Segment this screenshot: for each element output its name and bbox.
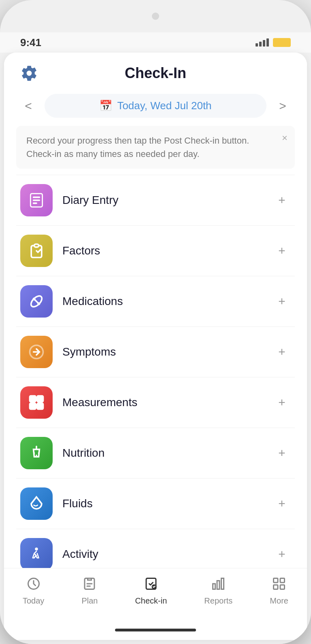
plan-nav-label: Plan bbox=[81, 596, 98, 606]
svg-rect-1 bbox=[33, 197, 40, 198]
symptoms-add-button[interactable]: + bbox=[273, 343, 291, 361]
fluids-add-button[interactable]: + bbox=[273, 495, 291, 513]
prev-date-button[interactable]: < bbox=[20, 99, 36, 113]
more-nav-label: More bbox=[270, 596, 288, 606]
battery-icon bbox=[273, 38, 291, 47]
svg-point-6 bbox=[33, 298, 36, 301]
medications-add-button[interactable]: + bbox=[273, 292, 291, 310]
svg-rect-24 bbox=[280, 578, 285, 583]
svg-rect-23 bbox=[274, 578, 278, 583]
factors-add-button[interactable]: + bbox=[273, 242, 291, 260]
checkin-item-activity[interactable]: Activity + bbox=[16, 529, 295, 568]
fluids-label: Fluids bbox=[62, 497, 273, 510]
reports-nav-label: Reports bbox=[204, 596, 232, 606]
medications-icon bbox=[20, 285, 53, 318]
nutrition-label: Nutrition bbox=[62, 447, 273, 460]
today-nav-icon bbox=[26, 576, 41, 594]
nav-item-plan[interactable]: Plan bbox=[73, 574, 106, 608]
page-title: Check-In bbox=[125, 65, 186, 82]
nutrition-add-button[interactable]: + bbox=[273, 444, 291, 462]
diary-add-button[interactable]: + bbox=[273, 191, 291, 209]
info-banner: Record your progress then tap the Post C… bbox=[16, 126, 295, 169]
fluids-icon bbox=[20, 487, 53, 520]
nav-item-checkin[interactable]: Check-in bbox=[127, 574, 175, 608]
factors-label: Factors bbox=[62, 244, 273, 257]
symptoms-label: Symptoms bbox=[62, 345, 273, 358]
checkin-item-measurements[interactable]: Measurements + bbox=[16, 377, 295, 428]
checkin-item-nutrition[interactable]: Nutrition + bbox=[16, 428, 295, 479]
svg-rect-2 bbox=[33, 199, 40, 201]
app-screen: Check-In < 📅 Today, Wed Jul 20th > Recor… bbox=[4, 53, 307, 640]
info-text: Record your progress then tap the Post C… bbox=[26, 134, 285, 161]
nav-item-today[interactable]: Today bbox=[15, 574, 52, 608]
date-display[interactable]: 📅 Today, Wed Jul 20th bbox=[45, 94, 266, 118]
date-text: Today, Wed Jul 20th bbox=[117, 100, 211, 112]
diary-icon bbox=[20, 184, 53, 216]
svg-point-14 bbox=[36, 455, 37, 456]
today-nav-label: Today bbox=[23, 596, 44, 606]
svg-rect-9 bbox=[37, 396, 43, 402]
checkin-nav-label: Check-in bbox=[135, 596, 167, 606]
svg-point-15 bbox=[35, 548, 38, 551]
svg-rect-8 bbox=[30, 396, 36, 402]
svg-rect-11 bbox=[37, 403, 43, 409]
svg-point-7 bbox=[37, 302, 40, 305]
settings-icon[interactable] bbox=[20, 64, 38, 82]
checkin-list[interactable]: Diary Entry + Factors + Medications + Sy… bbox=[4, 175, 307, 568]
more-nav-icon bbox=[272, 576, 286, 594]
svg-rect-21 bbox=[217, 581, 219, 589]
nav-item-more[interactable]: More bbox=[262, 574, 296, 608]
medications-label: Medications bbox=[62, 295, 273, 308]
status-bar: 9:41 bbox=[0, 32, 311, 53]
close-banner-button[interactable]: × bbox=[282, 132, 288, 144]
symptoms-icon bbox=[20, 336, 53, 368]
svg-point-12 bbox=[34, 452, 35, 454]
checkin-item-fluids[interactable]: Fluids + bbox=[16, 479, 295, 529]
home-indicator bbox=[4, 620, 307, 640]
home-bar bbox=[115, 629, 196, 631]
date-nav: < 📅 Today, Wed Jul 20th > bbox=[4, 90, 307, 126]
checkin-item-medications[interactable]: Medications + bbox=[16, 276, 295, 327]
svg-rect-20 bbox=[213, 584, 215, 589]
header: Check-In bbox=[4, 53, 307, 90]
checkin-nav-icon bbox=[144, 576, 158, 594]
activity-label: Activity bbox=[62, 548, 273, 561]
svg-point-13 bbox=[38, 452, 40, 454]
checkin-item-diary[interactable]: Diary Entry + bbox=[16, 175, 295, 226]
top-bar bbox=[0, 0, 311, 32]
measurements-icon bbox=[20, 386, 53, 419]
factors-icon bbox=[20, 235, 53, 267]
checkin-item-symptoms[interactable]: Symptoms + bbox=[16, 327, 295, 377]
measurements-add-button[interactable]: + bbox=[273, 394, 291, 411]
svg-rect-3 bbox=[33, 203, 37, 204]
nutrition-icon bbox=[20, 437, 53, 469]
activity-icon bbox=[20, 538, 53, 568]
svg-rect-26 bbox=[280, 585, 285, 589]
next-date-button[interactable]: > bbox=[275, 99, 291, 113]
camera-dot bbox=[152, 13, 159, 20]
status-time: 9:41 bbox=[20, 36, 41, 49]
diary-label: Diary Entry bbox=[62, 194, 273, 207]
calendar-icon: 📅 bbox=[99, 100, 112, 112]
plan-nav-icon bbox=[82, 576, 97, 594]
nav-item-reports[interactable]: Reports bbox=[196, 574, 241, 608]
phone-frame: 9:41 Check-In bbox=[0, 0, 311, 644]
svg-rect-22 bbox=[222, 578, 224, 589]
reports-nav-icon bbox=[211, 576, 226, 594]
signal-icon bbox=[256, 38, 269, 47]
measurements-label: Measurements bbox=[62, 396, 273, 409]
svg-rect-10 bbox=[30, 403, 36, 409]
bottom-nav: Today Plan Check-in Reports More bbox=[4, 568, 307, 620]
svg-rect-25 bbox=[274, 585, 278, 589]
activity-add-button[interactable]: + bbox=[273, 545, 291, 563]
checkin-item-factors[interactable]: Factors + bbox=[16, 226, 295, 276]
status-icons bbox=[256, 38, 291, 47]
